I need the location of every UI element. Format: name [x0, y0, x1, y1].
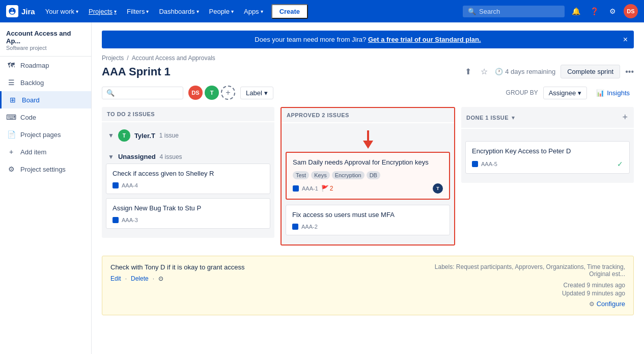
settings-icon[interactable]: ⚙ — [605, 4, 620, 18]
card-aaa1[interactable]: Sam Daily needs Approval for Encryption … — [286, 152, 450, 200]
star-icon[interactable]: ☆ — [479, 65, 490, 78]
search-input[interactable] — [479, 8, 559, 15]
done-chevron-icon[interactable]: ▾ — [512, 114, 515, 121]
chevron-down-icon: ▾ — [114, 9, 117, 14]
add-item-icon: + — [6, 147, 16, 157]
sidebar-item-code[interactable]: ⌨ Code — [0, 108, 91, 126]
edit-link[interactable]: Edit — [110, 275, 121, 282]
card-aaa4[interactable]: Check if access given to Shelley R AAA-4 — [106, 164, 270, 194]
sidebar-item-project-pages[interactable]: 📄 Project pages — [0, 126, 91, 143]
bottom-panel-actions: Edit · Delete · ⊙ — [110, 275, 244, 282]
sidebar-item-project-settings[interactable]: ⚙ Project settings — [0, 160, 91, 178]
unassigned-count: 4 issues — [160, 153, 182, 160]
topnav-right: 🔍 🔔 ❓ ⚙ DS — [463, 4, 638, 18]
chevron-down-icon: ▾ — [76, 9, 78, 14]
upgrade-banner: Does your team need more from Jira? Get … — [102, 31, 634, 48]
configure-button[interactable]: Configure — [597, 300, 625, 308]
configure-area: ⚙ Configure — [432, 300, 625, 308]
board-search-box[interactable]: 🔍 — [102, 87, 183, 99]
complete-sprint-button[interactable]: Complete sprint — [561, 65, 620, 78]
breadcrumb-project[interactable]: Account Access and Approvals — [132, 55, 215, 62]
chart-icon: 📊 — [596, 89, 604, 97]
column-cards-approved: Sam Daily needs Approval for Encryption … — [282, 123, 454, 244]
clock-icon: 🕐 — [495, 68, 503, 75]
red-arrow-annotation — [286, 129, 450, 150]
card-footer-aaa4: AAA-4 — [113, 182, 264, 188]
bottom-panel-left: Check with Tony D if it is okay to grant… — [110, 263, 244, 282]
card-footer-aaa3: AAA-3 — [113, 217, 264, 223]
more-options-icon[interactable]: ••• — [625, 67, 634, 76]
add-member-button[interactable]: + — [221, 86, 235, 100]
swimlane-avatar-tyler: T — [118, 129, 130, 142]
logo[interactable]: Jira — [6, 5, 35, 17]
avatar-group: DS T + — [188, 86, 235, 100]
tag-test: Test — [293, 171, 309, 179]
sidebar-item-roadmap[interactable]: 🗺 Roadmap — [0, 57, 91, 74]
chevron-down-icon: ▾ — [578, 89, 581, 97]
breadcrumb: Projects / Account Access and Approvals — [102, 55, 634, 62]
column-title-todo: TO DO 2 ISSUES — [107, 111, 155, 117]
toolbar-right: GROUP BY Assignee ▾ 📊 Insights — [506, 87, 634, 99]
roadmap-icon: 🗺 — [6, 60, 16, 70]
card-aaa3[interactable]: Assign New Bug Trak to Stu P AAA-3 — [106, 198, 270, 229]
card-avatar-aaa1: T — [433, 183, 443, 194]
nav-your-work[interactable]: Your work ▾ — [41, 6, 82, 17]
main-content: Does your team need more from Jira? Get … — [92, 22, 644, 354]
unassigned-header[interactable]: ▼ Unassigned 4 issues — [106, 150, 270, 164]
jira-logo-icon — [6, 5, 18, 17]
card-id-aaa4: AAA-4 — [122, 182, 138, 188]
avatar-t[interactable]: T — [205, 86, 219, 100]
board-columns: TO DO 2 ISSUES ▼ T Tyler.T 1 issue ▼ — [102, 107, 634, 246]
tag-encryption: Encryption — [332, 171, 365, 179]
banner-close-button[interactable]: × — [623, 35, 628, 44]
avatar-ds[interactable]: DS — [188, 86, 203, 100]
nav-filters[interactable]: Filters ▾ — [123, 6, 153, 17]
help-icon[interactable]: ❓ — [587, 4, 601, 18]
separator: · — [125, 275, 127, 282]
insights-button[interactable]: 📊 Insights — [592, 87, 634, 99]
user-avatar[interactable]: DS — [624, 4, 638, 18]
delete-link[interactable]: Delete — [131, 275, 149, 282]
create-button[interactable]: Create — [271, 4, 308, 19]
swimlane-header-tyler[interactable]: ▼ T Tyler.T 1 issue — [106, 126, 270, 145]
tyler-done-spacer — [465, 133, 630, 141]
nav-people[interactable]: People ▾ — [205, 6, 238, 17]
search-box[interactable]: 🔍 — [463, 6, 565, 17]
timestamps: Created 9 minutes ago Updated 9 minutes … — [432, 282, 625, 297]
swimlane-tyler-approved: Sam Daily needs Approval for Encryption … — [286, 129, 450, 200]
assignee-dropdown[interactable]: Assignee ▾ — [543, 87, 587, 99]
sidebar-item-board[interactable]: ⊞ Board — [0, 91, 91, 108]
sprint-actions: ⬆ ☆ 🕐 4 days remaining Complete sprint •… — [463, 65, 634, 78]
card-aaa5[interactable]: Encryption Key Access to Peter D AAA-5 ✓ — [465, 141, 630, 174]
label-dropdown[interactable]: Label ▾ — [240, 87, 273, 99]
card-footer-aaa2: AAA-2 — [292, 224, 443, 230]
sidebar: Account Access and Ap... Software projec… — [0, 22, 92, 354]
nav-apps[interactable]: Apps ▾ — [240, 6, 267, 17]
sprint-timer: 🕐 4 days remaining — [495, 68, 555, 75]
checkbox-icon — [472, 161, 478, 167]
chevron-down-icon: ▾ — [146, 9, 149, 14]
sidebar-item-backlog[interactable]: ☰ Backlog — [0, 74, 91, 91]
column-title-done: DONE 1 ISSUE — [466, 115, 509, 121]
nav-projects[interactable]: Projects ▾ — [85, 6, 121, 17]
sidebar-project-name: Account Access and Ap... — [6, 30, 85, 45]
share-icon[interactable]: ⬆ — [463, 65, 473, 78]
board-search-input[interactable] — [118, 89, 179, 97]
add-column-button[interactable]: + — [621, 111, 629, 124]
breadcrumb-projects[interactable]: Projects — [102, 55, 124, 62]
bottom-panel-right: Labels: Request participants, Approvers,… — [432, 263, 625, 308]
flag-icon: 🚩 2 — [321, 185, 333, 192]
circle-icon: ⊙ — [158, 275, 163, 282]
card-title-aaa4: Check if access given to Shelley R — [113, 169, 264, 178]
notifications-icon[interactable]: 🔔 — [569, 4, 583, 18]
nav-dashboards[interactable]: Dashboards ▾ — [155, 6, 203, 17]
column-header-todo: TO DO 2 ISSUES — [102, 107, 274, 121]
swimlane-count-tyler: 1 issue — [159, 132, 179, 139]
sidebar-item-add-item[interactable]: + Add item — [0, 143, 91, 160]
card-aaa2[interactable]: Fix access so users must use MFA AAA-2 — [286, 205, 450, 235]
swimlane-unassigned-todo: ▼ Unassigned 4 issues Check if access gi… — [106, 150, 270, 229]
checkbox-icon — [292, 224, 298, 230]
banner-link[interactable]: Get a free trial of our Standard plan. — [368, 36, 481, 43]
svg-marker-1 — [363, 141, 373, 149]
card-id-aaa5: AAA-5 — [481, 161, 497, 167]
